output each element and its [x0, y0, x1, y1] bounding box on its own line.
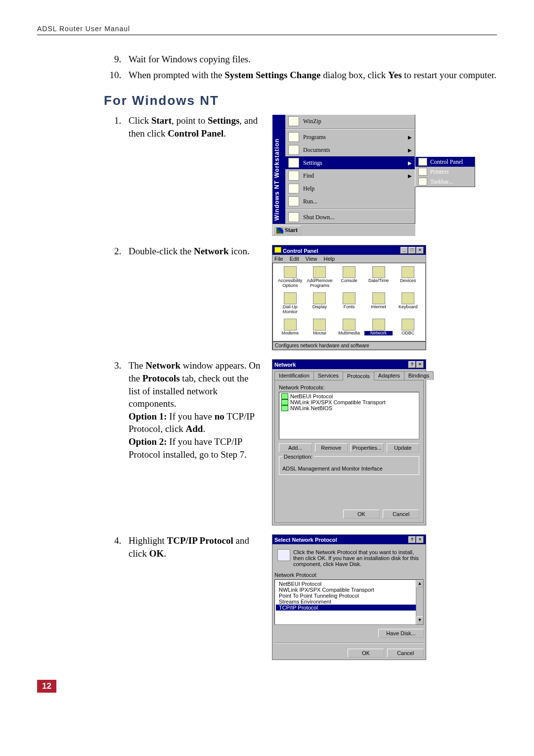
step-9-text: Wait for Windows copying files. — [129, 54, 251, 64]
ok-button[interactable]: OK — [343, 510, 380, 519]
start-button[interactable]: Start — [273, 226, 301, 235]
step-10: When prompted with the System Settings C… — [124, 69, 497, 82]
t: WinZip — [303, 118, 321, 125]
cp-network[interactable]: Network — [364, 319, 393, 338]
help-icon — [288, 184, 299, 193]
help-icon[interactable]: ? — [408, 361, 416, 368]
t: Click the Network Protocol that you want… — [293, 549, 419, 567]
menu-view[interactable]: View — [306, 256, 317, 262]
separator — [274, 643, 424, 644]
step-10-d: Yes — [388, 70, 401, 80]
top-ordered-list: Wait for Windows copying files. When pro… — [104, 53, 497, 81]
t: Documents — [303, 146, 330, 154]
submenu-taskbar[interactable]: Taskbar... — [415, 177, 475, 187]
t: , point to — [172, 115, 208, 126]
list-item[interactable]: NWLink IPX/SPX Compatible Transport — [280, 399, 418, 405]
submenu-control-panel[interactable]: Control Panel — [415, 157, 475, 167]
protocol-listbox[interactable]: NetBEUI Protocol NWLink IPX/SPX Compatib… — [274, 579, 424, 625]
list-item[interactable]: NetBEUI Protocol — [280, 393, 418, 399]
start-item-run[interactable]: Run... — [285, 195, 415, 208]
cancel-button[interactable]: Cancel — [383, 510, 419, 519]
multimedia-icon — [343, 319, 356, 331]
separator — [285, 209, 415, 210]
arrow-icon: ▶ — [408, 160, 412, 166]
cp-console[interactable]: Console — [335, 266, 363, 290]
close-icon[interactable]: × — [416, 361, 424, 368]
description-label: Description: — [282, 454, 314, 460]
list-item[interactable]: NWLink IPX/SPX Compatible Transport — [276, 587, 422, 593]
have-disk-button[interactable]: Have Disk... — [378, 629, 424, 638]
start-item-programs[interactable]: Programs▶ — [285, 131, 415, 143]
protocol-icon — [281, 405, 288, 411]
list-item[interactable]: NWLink NetBIOS — [280, 405, 418, 411]
start-item-shutdown[interactable]: Shut Down... — [285, 211, 415, 224]
add-button[interactable]: Add... — [279, 443, 312, 452]
t: Printers — [430, 168, 448, 176]
list-item[interactable]: NetBEUI Protocol — [276, 581, 422, 587]
titlebar: Control Panel _□× — [272, 245, 426, 255]
menu-help[interactable]: Help — [324, 256, 335, 262]
protocols-listbox[interactable]: NetBEUI Protocol NWLink IPX/SPX Compatib… — [279, 392, 419, 439]
maximize-icon[interactable]: □ — [408, 247, 416, 254]
remove-button[interactable]: Remove — [315, 443, 348, 452]
cp-keyboard[interactable]: Keyboard — [394, 292, 422, 317]
properties-button[interactable]: Properties... — [351, 443, 384, 452]
find-icon — [288, 171, 299, 181]
cp-mouse[interactable]: Mouse — [306, 319, 334, 338]
tab-bindings[interactable]: Bindings — [404, 371, 434, 380]
t: Network — [364, 331, 393, 335]
tab-adapters[interactable]: Adapters — [374, 371, 404, 380]
t: Help — [303, 185, 314, 192]
start-item-documents[interactable]: Documents▶ — [285, 143, 415, 156]
start-item-find[interactable]: Find▶ — [285, 169, 415, 182]
settings-submenu: Control Panel Printers Taskbar... — [415, 156, 475, 187]
cp-dialup[interactable]: Dial-Up Monitor — [276, 292, 305, 317]
minimize-icon[interactable]: _ — [400, 247, 408, 254]
menu-file[interactable]: File — [274, 256, 283, 262]
t: Network — [145, 360, 180, 371]
start-item-help[interactable]: Help — [285, 182, 415, 195]
help-icon[interactable]: ? — [408, 536, 416, 543]
list-item-selected[interactable]: TCP/IP Protocol — [276, 605, 422, 611]
t: Option 1: — [129, 411, 167, 422]
step-10-c: dialog box, click — [320, 70, 388, 80]
tab-identification[interactable]: Identification — [274, 371, 314, 380]
t: Streams Environment — [279, 599, 331, 605]
list-item[interactable]: Streams Environment — [276, 599, 422, 605]
cp-display[interactable]: Display — [306, 292, 334, 317]
ok-button[interactable]: OK — [348, 649, 384, 658]
screenshot-network-dialog: Network ?× Identification Services Proto… — [272, 359, 426, 525]
list-item[interactable]: Point To Point Tunneling Protocol — [276, 593, 422, 599]
cp-datetime[interactable]: Date/Time — [364, 266, 393, 290]
cp-multimedia[interactable]: Multimedia — [335, 319, 363, 338]
scroll-up-icon[interactable]: ▲ — [416, 580, 423, 588]
cp-addremove[interactable]: Add/Remove Programs — [306, 266, 334, 290]
cancel-button[interactable]: Cancel — [387, 649, 424, 658]
tab-services[interactable]: Services — [313, 371, 343, 380]
close-icon[interactable]: × — [416, 247, 424, 254]
update-button[interactable]: Update — [387, 443, 420, 452]
cp-odbc[interactable]: ODBC — [394, 319, 422, 338]
close-icon[interactable]: × — [416, 536, 424, 543]
status-bar: Configures network hardware and software — [272, 341, 426, 350]
step-10-a: When prompted with the — [129, 70, 224, 80]
cp-accessibility[interactable]: Accessibility Options — [276, 266, 305, 290]
scroll-down-icon[interactable]: ▼ — [416, 616, 423, 624]
winzip-icon — [288, 116, 299, 126]
t: Highlight — [129, 535, 167, 546]
scrollbar[interactable]: ▲ ▼ — [416, 580, 423, 624]
cp-fonts[interactable]: Fonts — [335, 292, 363, 317]
cp-internet[interactable]: Internet — [364, 292, 393, 317]
submenu-printers[interactable]: Printers — [415, 167, 475, 177]
documents-icon — [288, 145, 299, 155]
protocols-label: Network Protocols: — [279, 384, 419, 390]
menu-edit[interactable]: Edit — [290, 256, 299, 262]
start-item-settings[interactable]: Settings▶ Control Panel Printers Taskbar… — [285, 156, 415, 169]
cp-modems[interactable]: Modems — [276, 319, 305, 338]
t: If you have — [167, 411, 215, 422]
cp-devices[interactable]: Devices — [394, 266, 422, 290]
step-2: Double-click the Network icon. — [124, 245, 262, 258]
control-panel-icon — [418, 158, 427, 166]
tab-protocols[interactable]: Protocols — [343, 372, 374, 380]
start-item-winzip[interactable]: WinZip — [285, 115, 415, 128]
